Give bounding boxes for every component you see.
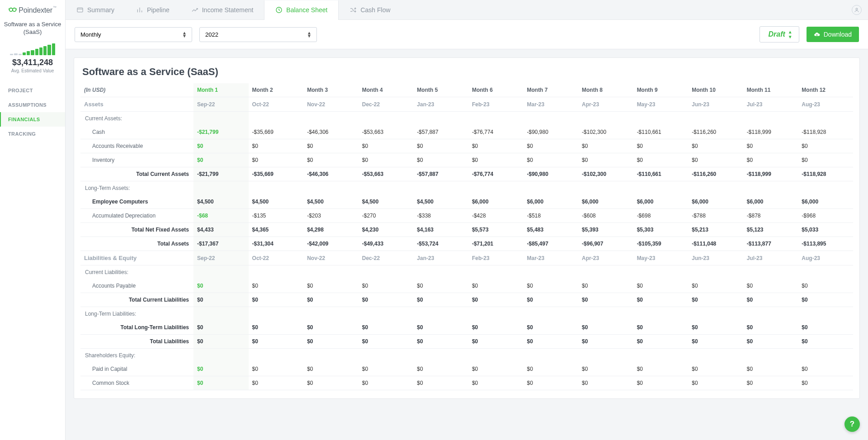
cell: $5,573 xyxy=(468,223,524,237)
status-draft[interactable]: Draft ▲▼ xyxy=(760,26,799,43)
cell: $0 xyxy=(303,376,359,390)
cell: $0 xyxy=(633,139,689,153)
sidebar: Poindexter™ Software as a Service (SaaS)… xyxy=(0,0,66,440)
tabs: Summary Pipeline Income Statement Balanc… xyxy=(66,0,868,20)
cell: $0 xyxy=(413,321,468,335)
cell: $0 xyxy=(413,362,468,376)
nav-financials[interactable]: FINANCIALS xyxy=(0,112,65,127)
cell: -$76,774 xyxy=(468,167,524,181)
cell: $0 xyxy=(413,376,468,390)
kpi-value: $3,411,248 xyxy=(0,58,65,67)
cell: $0 xyxy=(688,321,743,335)
date-cell: Sep-22 xyxy=(193,251,249,265)
date-cell: Feb-23 xyxy=(468,251,524,265)
tab-cash-flow[interactable]: Cash Flow xyxy=(339,0,401,19)
group-row: Shareholders Equity: xyxy=(80,349,853,363)
balance-icon xyxy=(275,6,283,14)
cell: -$90,980 xyxy=(523,167,578,181)
cell: $0 xyxy=(193,362,249,376)
cell: $0 xyxy=(413,279,468,293)
table-row: Accounts Payable$0$0$0$0$0$0$0$0$0$0$0$0 xyxy=(80,279,853,293)
cell: $0 xyxy=(413,153,468,167)
cell: $6,000 xyxy=(688,195,743,209)
period-select-wrap: Monthly ▲▼ xyxy=(75,27,192,42)
cell: -$518 xyxy=(523,209,578,223)
table-row: Accumulated Depreciation-$68-$135-$203-$… xyxy=(80,209,853,223)
col-month-6: Month 6 xyxy=(468,83,524,97)
cell: -$53,663 xyxy=(359,125,414,139)
cell: $0 xyxy=(468,293,524,307)
cell: $0 xyxy=(578,376,633,390)
cell: $0 xyxy=(688,153,743,167)
tab-balance-sheet[interactable]: Balance Sheet xyxy=(264,0,339,20)
cell: $0 xyxy=(193,153,249,167)
date-cell: Jul-23 xyxy=(743,97,798,112)
date-cell: May-23 xyxy=(633,251,689,265)
cell: -$57,887 xyxy=(413,167,468,181)
tab-pipeline[interactable]: Pipeline xyxy=(125,0,180,19)
user-menu-icon[interactable] xyxy=(852,5,862,15)
cell: $0 xyxy=(688,279,743,293)
date-cell: Apr-23 xyxy=(578,251,633,265)
total-row: Total Current Assets-$21,799-$35,669-$46… xyxy=(80,167,853,181)
cell: -$21,799 xyxy=(193,167,249,181)
cell: $0 xyxy=(743,335,798,349)
period-select[interactable]: Monthly xyxy=(75,27,192,42)
cell: -$42,009 xyxy=(303,237,359,251)
cell: $0 xyxy=(633,293,689,307)
nav-assumptions[interactable]: ASSUMPTIONS xyxy=(0,98,65,112)
cell: -$270 xyxy=(359,209,414,223)
cell: $0 xyxy=(468,139,524,153)
cell: -$68 xyxy=(193,209,249,223)
cell: $5,213 xyxy=(688,223,743,237)
cell: $4,500 xyxy=(413,195,468,209)
user-icon xyxy=(854,7,859,13)
download-button[interactable]: Download xyxy=(807,27,859,42)
cell: $0 xyxy=(359,362,414,376)
date-row: AssetsSep-22Oct-22Nov-22Dec-22Jan-23Feb-… xyxy=(80,97,853,112)
sidebar-project-title: Software as a Service (SaaS) xyxy=(0,19,65,41)
year-select[interactable]: 2022 xyxy=(199,27,317,42)
cell: $0 xyxy=(798,279,853,293)
cell: -$608 xyxy=(578,209,633,223)
section-label: Liabilities & Equity xyxy=(80,251,193,265)
group-label: Long-Term Liabilities: xyxy=(80,307,193,321)
cell: $0 xyxy=(468,362,524,376)
cell: $0 xyxy=(359,139,414,153)
tab-income-statement[interactable]: Income Statement xyxy=(180,0,264,19)
cell: $0 xyxy=(359,335,414,349)
group-row: Current Liabilities: xyxy=(80,265,853,279)
cell: -$57,887 xyxy=(413,125,468,139)
kpi-label: Avg. Estimated Value xyxy=(0,68,65,73)
total-label: Total Current Assets xyxy=(80,167,193,181)
table-row: Cash-$21,799-$35,669-$46,306-$53,663-$57… xyxy=(80,125,853,139)
cell: $0 xyxy=(688,293,743,307)
cell: $0 xyxy=(798,139,853,153)
logo[interactable]: Poindexter™ xyxy=(0,5,65,19)
table-row: Common Stock$0$0$0$0$0$0$0$0$0$0$0$0 xyxy=(80,376,853,390)
cell: $0 xyxy=(798,153,853,167)
cell: $5,303 xyxy=(633,223,689,237)
shuffle-icon xyxy=(349,6,357,14)
cell: $6,000 xyxy=(633,195,689,209)
cell: $0 xyxy=(193,321,249,335)
help-fab[interactable]: ? xyxy=(844,416,860,432)
svg-rect-2 xyxy=(77,8,83,12)
cell: $0 xyxy=(303,153,359,167)
nav-project[interactable]: PROJECT xyxy=(0,83,65,98)
cell: $0 xyxy=(303,279,359,293)
date-cell: Aug-23 xyxy=(798,97,853,112)
nav-tracking[interactable]: TRACKING xyxy=(0,127,65,141)
date-cell: Oct-22 xyxy=(249,251,304,265)
cell: -$203 xyxy=(303,209,359,223)
cell: $0 xyxy=(743,279,798,293)
svg-point-1 xyxy=(13,8,16,12)
cell: $0 xyxy=(523,362,578,376)
chevron-updown-icon: ▲▼ xyxy=(788,29,793,39)
cell: -$788 xyxy=(688,209,743,223)
cell: $0 xyxy=(633,321,689,335)
cell: $0 xyxy=(249,153,304,167)
col-month-3: Month 3 xyxy=(303,83,359,97)
tab-summary[interactable]: Summary xyxy=(66,0,125,19)
col-month-8: Month 8 xyxy=(578,83,633,97)
